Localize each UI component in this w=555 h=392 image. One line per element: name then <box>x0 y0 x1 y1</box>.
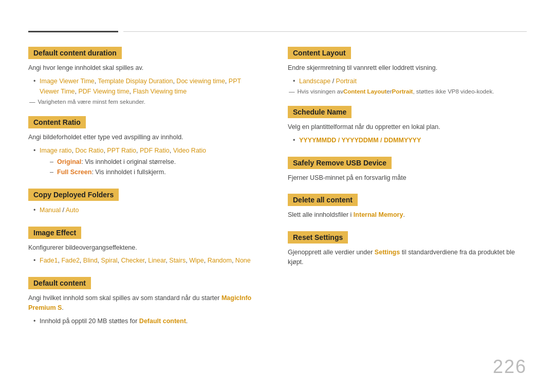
desc-default-content-duration: Angi hvor lenge innholdet skal spilles a… <box>28 63 262 73</box>
link-internal-memory: Internal Memory <box>354 211 403 218</box>
ref-portrait: Portrait <box>392 88 413 95</box>
section-default-content-duration: Default content duration Angi hvor lenge… <box>28 47 262 105</box>
page-number: 226 <box>493 356 527 378</box>
heading-default-content-duration: Default content duration <box>28 47 122 59</box>
separator: , <box>130 88 133 95</box>
link-linear: Linear <box>148 257 165 264</box>
note-duration: Varigheten må være minst fem sekunder. <box>28 99 262 105</box>
link-stairs: Stairs <box>169 257 186 264</box>
sub-item-fullscreen: Full Screen: Vis innholdet i fullskjerm. <box>50 167 262 177</box>
link-video-ratio: Video Ratio <box>173 147 206 154</box>
bullets-copy-deployed: Manual / Auto <box>28 205 262 215</box>
link-image-viewer-time: Image Viewer Time <box>40 78 95 85</box>
separator: , <box>75 88 79 95</box>
section-reset-settings: Reset Settings Gjenopprett alle verdier … <box>288 231 522 267</box>
link-pdf-ratio: PDF Ratio <box>140 147 170 154</box>
section-content-ratio: Content Ratio Angi bildeforholdet etter … <box>28 116 262 177</box>
sep: , <box>136 147 140 154</box>
link-magicinfo: MagicInfo Premium S <box>28 294 251 311</box>
right-column: Content Layout Endre skjermretning til v… <box>288 47 527 338</box>
section-image-effect: Image Effect Konfigurerer bildeovergangs… <box>28 227 262 266</box>
heading-reset-settings: Reset Settings <box>288 231 348 244</box>
link-flash-viewing: Flash Viewing time <box>133 88 187 95</box>
desc-content-layout: Endre skjermretning til vannrett eller l… <box>288 63 522 73</box>
link-random: Random <box>208 257 232 264</box>
heading-safely-remove-usb: Safely Remove USB Device <box>288 157 392 169</box>
bullets-image-effect: Fade1, Fade2, Blind, Spiral, Checker, Li… <box>28 255 262 266</box>
sep: , <box>232 257 235 264</box>
heading-default-content: Default content <box>28 277 91 289</box>
link-fade2: Fade2 <box>61 257 79 264</box>
left-column: Default content duration Angi hvor lenge… <box>28 47 267 338</box>
page-container: Default content duration Angi hvor lenge… <box>0 0 555 358</box>
link-auto: Auto <box>66 207 79 214</box>
link-spiral: Spiral <box>101 257 118 264</box>
bullet-item: Image Viewer Time, Template Display Dura… <box>33 76 262 97</box>
link-fade1: Fade1 <box>40 257 58 264</box>
link-doc-viewing: Doc viewing time <box>176 78 225 85</box>
section-schedule-name: Schedule Name Velg en plantittelformat n… <box>288 106 522 145</box>
desc-schedule-name: Velg en plantittelformat når du opprette… <box>288 122 522 132</box>
link-blind: Blind <box>83 257 98 264</box>
bullet-item: Manual / Auto <box>33 205 262 215</box>
bullet-item: YYYYMMDD / YYYYDDMM / DDMMYYYY <box>293 135 522 145</box>
desc-safely-remove-usb: Fjerner USB-minnet på en forsvarlig måte <box>288 173 522 183</box>
link-doc-ratio: Doc Ratio <box>75 147 103 154</box>
two-column-layout: Default content duration Angi hvor lenge… <box>28 47 527 338</box>
section-default-content: Default content Angi hvilket innhold som… <box>28 277 262 326</box>
heading-image-effect: Image Effect <box>28 227 81 239</box>
desc-delete-all-content: Slett alle innholdsfiler i Internal Memo… <box>288 210 522 220</box>
sep: / <box>330 78 336 85</box>
bullets-content-layout: Landscape / Portrait <box>288 76 522 86</box>
top-rules <box>28 31 527 32</box>
link-fullscreen: Full Screen <box>57 169 91 176</box>
sep: / <box>61 207 66 214</box>
link-wipe: Wipe <box>189 257 203 264</box>
desc-reset-settings: Gjenopprett alle verdier under Settings … <box>288 248 522 267</box>
section-content-layout: Content Layout Endre skjermretning til v… <box>288 47 522 95</box>
sub-list-ratio: Original: Vis innholdet i original størr… <box>40 157 262 177</box>
sep: , <box>204 257 208 264</box>
bullet-item: Image ratio, Doc Ratio, PPT Ratio, PDF R… <box>33 145 262 177</box>
link-default-content-ref: Default content <box>139 318 186 325</box>
bullet-item: Innhold på opptil 20 MB støttes for Defa… <box>33 316 262 326</box>
separator: , <box>95 78 98 85</box>
heading-content-layout: Content Layout <box>288 47 351 59</box>
separator: , <box>225 78 229 85</box>
bullet-item: Landscape / Portrait <box>293 76 522 86</box>
section-copy-deployed-folders: Copy Deployed Folders Manual / Auto <box>28 189 262 215</box>
bullets-schedule-name: YYYYMMDD / YYYYDDMM / DDMMYYYY <box>288 135 522 145</box>
ref-content-layout: Content Layout <box>343 88 386 95</box>
link-template-display: Template Display Duration <box>98 78 173 85</box>
sep: , <box>170 147 173 154</box>
link-date-formats: YYYYMMDD / YYYYDDMM / DDMMYYYY <box>299 137 421 144</box>
bullets-content-ratio: Image ratio, Doc Ratio, PPT Ratio, PDF R… <box>28 145 262 177</box>
link-landscape: Landscape <box>299 78 330 85</box>
bullet-item: Fade1, Fade2, Blind, Spiral, Checker, Li… <box>33 255 262 266</box>
section-delete-all-content: Delete all content Slett alle innholdsfi… <box>288 194 522 220</box>
sep: , <box>80 257 83 264</box>
desc-image-effect: Konfigurerer bildeovergangseffektene. <box>28 243 262 253</box>
link-settings-ref: Settings <box>375 249 400 256</box>
bullets-default-content-duration: Image Viewer Time, Template Display Dura… <box>28 76 262 97</box>
link-portrait: Portrait <box>336 78 357 85</box>
link-pdf-viewing: PDF Viewing time <box>79 88 130 95</box>
bullets-default-content: Innhold på opptil 20 MB støttes for Defa… <box>28 316 262 326</box>
desc-content-ratio: Angi bildeforholdet etter type ved avspi… <box>28 133 262 142</box>
desc-default-content: Angi hvilket innhold som skal spilles av… <box>28 293 262 313</box>
link-original: Original <box>57 158 81 165</box>
link-image-ratio: Image ratio <box>40 147 72 154</box>
heading-delete-all-content: Delete all content <box>288 194 358 206</box>
sep: , <box>98 257 101 264</box>
rule-light <box>123 31 527 32</box>
section-safely-remove-usb: Safely Remove USB Device Fjerner USB-min… <box>288 157 522 183</box>
link-none: None <box>235 257 251 264</box>
sub-item-original: Original: Vis innholdet i original størr… <box>50 157 262 167</box>
link-ppt-ratio: PPT Ratio <box>107 147 136 154</box>
heading-schedule-name: Schedule Name <box>288 106 351 118</box>
rule-dark <box>28 31 118 32</box>
heading-copy-deployed-folders: Copy Deployed Folders <box>28 189 119 201</box>
link-checker: Checker <box>121 257 144 264</box>
note-content-layout: Hvis visningen av Content Layout er Port… <box>288 88 522 95</box>
heading-content-ratio: Content Ratio <box>28 116 86 128</box>
